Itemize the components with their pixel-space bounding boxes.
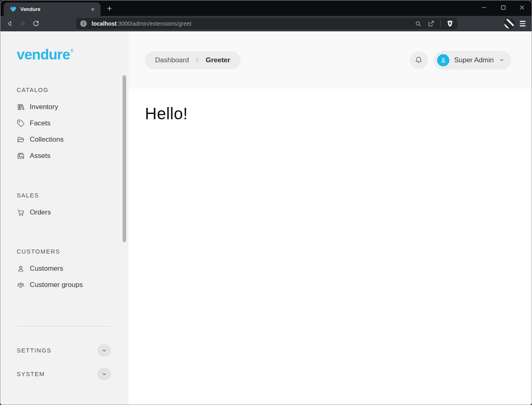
image-icon [17, 152, 25, 160]
window-close-button[interactable] [512, 0, 531, 14]
bell-icon [414, 56, 423, 64]
customers-nav-list: Customers Customer groups [17, 261, 111, 293]
tab-close-icon[interactable]: × [89, 6, 96, 13]
back-button[interactable] [4, 18, 16, 30]
user-menu-button[interactable]: Super Admin [433, 51, 511, 70]
breadcrumb-dashboard-link[interactable]: Dashboard [155, 56, 189, 64]
forward-button[interactable] [17, 18, 29, 30]
new-tab-button[interactable]: + [104, 3, 115, 15]
catalog-nav-list: Inventory Facets Collections [17, 99, 111, 164]
sidebar-item-customers[interactable]: Customers [17, 261, 111, 277]
section-heading-system: SYSTEM [17, 371, 45, 377]
page-topbar: Dashboard Greeter [129, 31, 532, 89]
user-name: Super Admin [454, 56, 494, 64]
tab-title: Vendure [20, 7, 89, 12]
notifications-button[interactable] [410, 51, 428, 69]
system-expand-button[interactable] [97, 368, 111, 380]
main-area: Dashboard Greeter [129, 31, 532, 405]
greeting-heading: Hello! [145, 105, 515, 123]
cart-icon [17, 208, 25, 217]
sidebar-item-label: Customer groups [30, 281, 83, 289]
sidebar: vendure® CATALOG Inventory Facets [0, 31, 129, 405]
section-heading-sales: SALES [17, 192, 111, 199]
browser-tab-vendure[interactable]: Vendure × [4, 2, 101, 16]
section-heading-catalog: CATALOG [17, 87, 111, 93]
chevron-down-icon [101, 348, 107, 353]
sidebar-item-inventory[interactable]: Inventory [17, 99, 111, 115]
people-icon [17, 281, 25, 289]
sidebar-section-settings[interactable]: SETTINGS [17, 344, 111, 357]
vendure-logo[interactable]: vendure® [17, 47, 111, 61]
browser-window: Vendure × + ! localhost:3000/admin/exten… [0, 0, 532, 405]
registered-mark: ® [70, 48, 73, 53]
tab-strip: Vendure × + [0, 0, 532, 16]
topbar-actions: Super Admin [410, 51, 511, 70]
browser-profile-avatar[interactable] [504, 18, 514, 29]
chevron-down-icon [101, 371, 107, 377]
url-text: localhost:3000/admin/extensions/greet [92, 20, 415, 27]
sidebar-item-collections[interactable]: Collections [17, 131, 111, 148]
sidebar-item-facets[interactable]: Facets [17, 115, 111, 131]
person-icon [440, 57, 447, 64]
brave-shield-icon[interactable] [447, 20, 453, 28]
section-heading-customers: CUSTOMERS [17, 248, 111, 255]
books-icon [17, 103, 25, 111]
tag-icon [17, 119, 25, 127]
vendure-favicon-icon [10, 6, 17, 13]
vendure-admin-app: vendure® CATALOG Inventory Facets [0, 31, 532, 405]
sidebar-item-label: Orders [30, 208, 51, 217]
sidebar-item-label: Customers [30, 265, 63, 273]
sidebar-item-label: Assets [30, 152, 50, 160]
user-avatar [437, 54, 449, 66]
sidebar-scrollbar-thumb[interactable] [123, 75, 126, 242]
sidebar-section-system[interactable]: SYSTEM [17, 367, 111, 381]
settings-expand-button[interactable] [97, 344, 111, 357]
address-bar[interactable]: ! localhost:3000/admin/extensions/greet [76, 18, 458, 29]
share-icon[interactable] [427, 20, 435, 27]
person-icon [17, 265, 25, 273]
breadcrumb-current: Greeter [206, 56, 230, 64]
omnibox-divider [440, 20, 441, 27]
url-path: :3000/admin/extensions/greet [116, 20, 191, 27]
folder-icon [17, 136, 25, 144]
page-content: Hello! [129, 89, 532, 139]
sidebar-divider [17, 326, 111, 326]
browser-menu-icon[interactable] [517, 18, 528, 29]
window-minimize-button[interactable] [475, 0, 493, 14]
sidebar-item-orders[interactable]: Orders [17, 204, 111, 221]
zoom-page-icon[interactable] [415, 20, 422, 27]
section-heading-settings: SETTINGS [17, 347, 51, 354]
sidebar-item-label: Facets [30, 119, 50, 127]
chevron-down-icon [499, 57, 505, 63]
sidebar-item-assets[interactable]: Assets [17, 148, 111, 164]
breadcrumb: Dashboard Greeter [145, 51, 241, 69]
sidebar-item-customer-groups[interactable]: Customer groups [17, 277, 111, 293]
browser-toolbar: ! localhost:3000/admin/extensions/greet [0, 16, 532, 31]
sales-nav-list: Orders [17, 204, 111, 221]
url-host: localhost [92, 20, 116, 27]
reload-button[interactable] [30, 18, 42, 30]
sidebar-item-label: Inventory [30, 103, 58, 111]
window-maximize-button[interactable] [494, 0, 512, 14]
chevron-right-icon [194, 57, 200, 63]
site-info-icon[interactable]: ! [80, 20, 87, 27]
sidebar-item-label: Collections [30, 136, 63, 144]
